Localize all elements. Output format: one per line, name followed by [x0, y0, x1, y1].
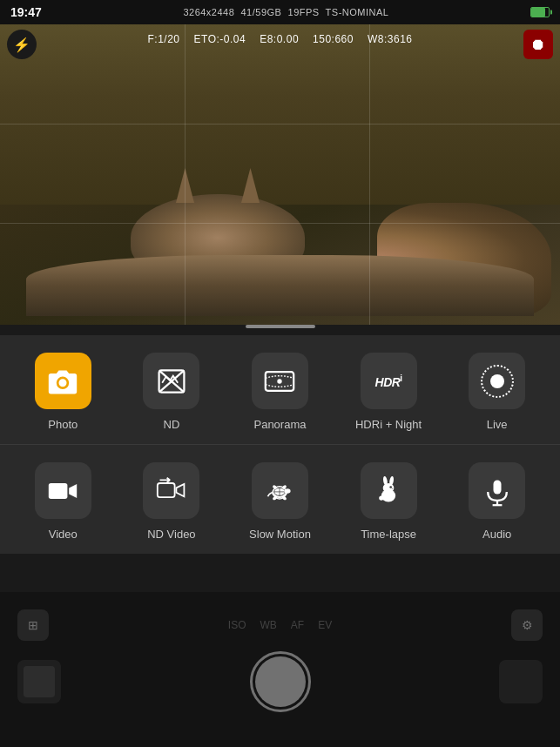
panorama-icon — [264, 366, 295, 397]
panorama-label: Panorama — [253, 418, 306, 431]
battery-indicator — [530, 7, 550, 17]
slow-motion-label: Slow Motion — [249, 528, 311, 541]
nd-video-icon — [156, 475, 187, 507]
svg-point-10 — [285, 488, 291, 493]
bottom-controls: ⊞ ISO WB AF EV ⚙ — [0, 601, 560, 721]
mode-item-nd-video[interactable]: ND Video — [128, 462, 215, 541]
settings-button: ⚙ — [511, 609, 543, 641]
time-lapse-icon-wrap — [361, 462, 417, 519]
record-button[interactable]: ⏺ — [523, 30, 553, 59]
hdri-badge: HDRi — [375, 374, 402, 389]
live-label: Live — [487, 418, 508, 431]
video-label: Video — [49, 528, 78, 541]
mode-item-audio[interactable]: Audio — [454, 462, 541, 541]
mode-item-video[interactable]: Video — [19, 462, 106, 541]
flip-camera-button — [499, 660, 543, 703]
mode-row-2: Video ND Video — [0, 445, 560, 554]
mode-item-nd[interactable]: ND — [128, 353, 215, 431]
mode-item-panorama[interactable]: Panorama — [236, 353, 323, 431]
record-icon: ⏺ — [530, 36, 546, 54]
status-bar: 19:47 3264x2448 41/59GB 19FPS TS-NOMINAL — [0, 0, 560, 24]
scroll-indicator — [246, 325, 315, 328]
photo-icon-wrap — [35, 353, 91, 409]
slow-motion-icon-wrap — [252, 462, 308, 519]
svg-rect-4 — [158, 483, 175, 497]
ev-value: E8:0.00 — [260, 33, 299, 45]
photo-label: Photo — [48, 418, 78, 431]
grid-button: ⊞ — [17, 609, 49, 641]
video-icon-wrap — [35, 462, 91, 519]
nd-icon-wrap — [143, 353, 199, 409]
video-icon — [47, 475, 78, 507]
mode-item-photo[interactable]: Photo — [19, 353, 106, 431]
nd-video-icon-wrap — [143, 462, 199, 519]
mode-item-hdri[interactable]: HDRi HDRi + Night — [345, 353, 432, 431]
iso-display: ISO — [228, 619, 246, 631]
status-time: 19:47 — [10, 5, 42, 19]
iso-value: 150:660 — [313, 33, 354, 45]
svg-point-20 — [392, 488, 394, 488]
mode-item-live[interactable]: Live — [454, 353, 541, 431]
mode-panel: Photo ND — [0, 335, 560, 554]
aperture-value: F:1/20 — [148, 33, 180, 45]
svg-point-2 — [278, 379, 282, 383]
focus-display: AF — [291, 619, 304, 631]
svg-rect-22 — [493, 480, 501, 494]
nd-video-label: ND Video — [147, 528, 195, 541]
svg-rect-3 — [49, 483, 68, 499]
nd-label: ND — [164, 418, 180, 431]
mode-item-time-lapse[interactable]: Time-lapse — [345, 462, 432, 541]
bottom-row-1: ⊞ ISO WB AF EV ⚙ — [17, 609, 543, 641]
lightning-icon: ⚡ — [13, 37, 30, 53]
mode-item-slow-motion[interactable]: Slow Motion — [236, 462, 323, 541]
viewfinder[interactable] — [0, 24, 560, 325]
svg-point-16 — [383, 483, 395, 493]
mode-row-1: Photo ND — [0, 335, 560, 445]
audio-label: Audio — [482, 528, 511, 541]
camera-icon — [47, 366, 78, 397]
live-circle-icon — [481, 365, 514, 398]
status-info: 3264x2448 41/59GB 19FPS TS-NOMINAL — [183, 7, 388, 17]
gallery-button — [17, 660, 61, 703]
exposure-value: ETO:-0.04 — [194, 33, 246, 45]
nd-icon — [156, 366, 187, 397]
ev-display: EV — [318, 619, 332, 631]
live-icon-wrap — [469, 353, 525, 409]
time-lapse-label: Time-lapse — [361, 528, 416, 541]
audio-icon-wrap — [469, 462, 525, 519]
cat-subject — [26, 177, 534, 316]
bottom-row-2 — [17, 651, 543, 712]
battery-icon — [530, 7, 550, 17]
panorama-icon-wrap — [252, 353, 308, 409]
camera-info-bar: F:1/20 ETO:-0.04 E8:0.00 150:660 W8:3616 — [0, 30, 560, 49]
svg-point-19 — [389, 486, 392, 488]
wb-value: W8:3616 — [368, 33, 413, 45]
hdri-label: HDRi + Night — [355, 418, 422, 431]
svg-point-21 — [379, 495, 383, 500]
flash-button[interactable]: ⚡ — [7, 30, 37, 59]
shutter-button — [250, 651, 311, 712]
slow-motion-icon — [264, 475, 295, 507]
time-lapse-icon — [373, 475, 404, 507]
hdri-icon-wrap: HDRi — [361, 353, 417, 409]
audio-icon — [482, 475, 513, 507]
wb-display: WB — [260, 619, 276, 631]
